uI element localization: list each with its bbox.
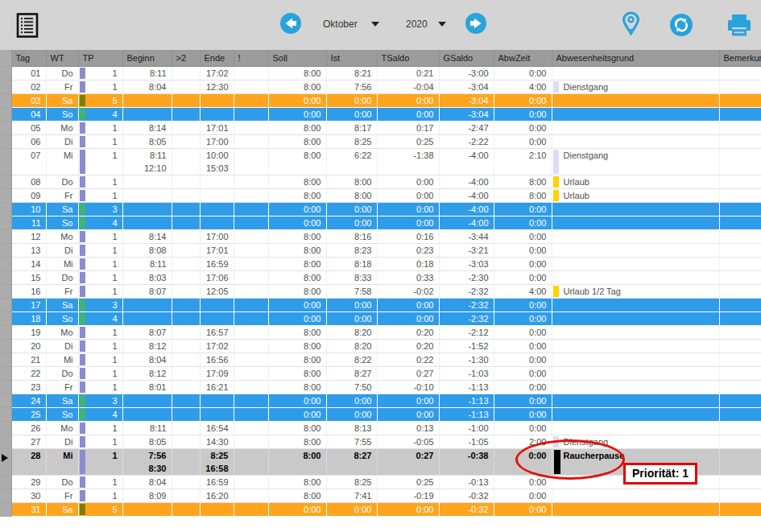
prev-month-button[interactable] (280, 13, 301, 36)
cell-tag: 08 (11, 175, 46, 188)
cell-tp: 5 (78, 93, 122, 107)
table-row-05[interactable]: 05Mo18:1417:018:008:170:17-2:470:00 (0, 121, 761, 134)
table-row-22[interactable]: 22Do18:1217:098:008:270:27-1:030:00 (0, 366, 761, 380)
cell-abwzeit: 0:00 (494, 134, 552, 148)
cell-tsaldo: 0:17 (377, 121, 439, 134)
next-month-button[interactable] (465, 13, 486, 36)
cell-bemerkung (719, 380, 761, 394)
ende-time: 16:57 (201, 326, 229, 339)
tp-color-chip (80, 490, 85, 501)
cell-ende (200, 188, 234, 202)
table-row-09[interactable]: 09Fr18:008:000:00-4:008:00Urlaub (0, 188, 761, 202)
cell-gt2 (172, 421, 200, 435)
cell-ende (200, 407, 234, 421)
table-row-03[interactable]: 03Sa50:000:000:00-3:040:00 (0, 93, 761, 107)
table-row-30[interactable]: 30Fr18:0916:208:007:41-0:19-0:320:00 (0, 489, 761, 502)
cell-excl (234, 435, 268, 448)
cell-wt: Sa (46, 298, 78, 311)
beginn-time: 8:11 (123, 422, 167, 435)
cell-excl (234, 325, 268, 339)
beginn-time: 8:09 (123, 489, 167, 502)
table-row-12[interactable]: 12Mo18:1417:008:008:160:16-3:440:00 (0, 229, 761, 243)
table-row-21[interactable]: 21Mi18:0416:568:008:220:22-1:300:00 (0, 353, 761, 366)
row-gutter (0, 298, 11, 311)
cell-bemerkung (719, 448, 761, 475)
cell-abwesenheitsgrund (552, 421, 719, 435)
tp-value: 1 (112, 477, 117, 487)
cell-ende: 17:00 (200, 134, 234, 148)
cell-beginn (122, 502, 172, 516)
cell-ist: 7:50 (326, 380, 377, 394)
cell-ende: 16:56 (200, 353, 234, 366)
cell-abwesenheitsgrund (552, 243, 719, 257)
table-row-06[interactable]: 06Di18:0517:008:008:250:25-2:220:00 (0, 134, 761, 148)
cell-beginn: 8:11 (122, 66, 172, 80)
table-row-13[interactable]: 13Di18:0817:018:008:230:23-3:210:00 (0, 243, 761, 257)
cell-ist: 8:13 (326, 421, 377, 435)
cell-ende: 12:30 (200, 80, 234, 93)
table-row-07[interactable]: 07Mi18:1112:1010:0015:038:006:22-1:38-4:… (0, 148, 761, 175)
cell-soll: 0:00 (268, 107, 326, 121)
tp-color-chip (80, 313, 85, 324)
table-row-10[interactable]: 10Sa30:000:000:00-4:000:00 (0, 202, 761, 216)
cell-tsaldo: 0:20 (377, 325, 439, 339)
cell-excl (234, 257, 268, 270)
table-row-08[interactable]: 08Do18:008:000:00-4:008:00Urlaub (0, 175, 761, 188)
cell-abwesenheitsgrund (552, 353, 719, 366)
row-gutter (0, 380, 11, 394)
table-row-14[interactable]: 14Mi18:1116:598:008:180:18-3:030:00 (0, 257, 761, 270)
cell-tsaldo: 0:00 (377, 216, 439, 229)
cell-gsaldo: -1:30 (439, 353, 494, 366)
cell-excl (234, 134, 268, 148)
cell-ist: 0:00 (326, 298, 377, 311)
year-select[interactable]: 2020 (406, 16, 446, 32)
cell-ist: 0:00 (326, 502, 377, 516)
absence-color-chip (553, 436, 559, 447)
priority-tooltip: Priorität: 1 (623, 463, 697, 485)
row-gutter (0, 80, 11, 93)
sync-button[interactable] (670, 14, 693, 39)
cell-ist: 8:16 (326, 229, 377, 243)
toolbar: Oktober 2020 (0, 0, 761, 50)
table-row-18[interactable]: 18So40:000:000:00-2:320:00 (0, 311, 761, 325)
tp-value: 1 (112, 245, 117, 255)
beginn-time: 8:12 (123, 340, 167, 353)
ende-time: 15:03 (201, 162, 229, 175)
table-row-01[interactable]: 01Do18:1117:028:008:210:21-3:000:00 (0, 66, 761, 80)
tp-value: 1 (112, 437, 117, 447)
cell-abwesenheitsgrund (552, 489, 719, 502)
cell-soll: 0:00 (268, 311, 326, 325)
cell-beginn (122, 202, 172, 216)
cell-gt2 (172, 216, 200, 229)
cell-bemerkung (719, 394, 761, 407)
table-row-02[interactable]: 02Fr18:0412:308:007:56-0:04-3:044:00Dien… (0, 80, 761, 93)
table-row-19[interactable]: 19Mo18:0716:578:008:200:20-2:120:00 (0, 325, 761, 339)
column-header-bemerkung: Bemerkung (719, 50, 761, 66)
cell-abwesenheitsgrund: Urlaub 1/2 Tag (552, 284, 719, 298)
table-row-17[interactable]: 17Sa30:000:000:00-2:320:00 (0, 298, 761, 311)
table-row-27[interactable]: 27Di18:0514:308:007:55-0:05-1:052:00Dien… (0, 435, 761, 448)
table-row-20[interactable]: 20Di18:1217:028:008:200:20-1:520:00 (0, 339, 761, 353)
cell-beginn: 8:08 (122, 243, 172, 257)
cell-abwesenheitsgrund (552, 257, 719, 270)
tp-color-chip (80, 381, 85, 393)
table-row-04[interactable]: 04So40:000:000:00-3:040:00 (0, 107, 761, 121)
cell-tag: 07 (11, 148, 46, 175)
cell-tsaldo: 0:00 (377, 202, 439, 216)
beginn-time: 8:05 (123, 435, 167, 448)
cell-beginn: 8:04 (122, 353, 172, 366)
time-tracking-window: Oktober 2020 (0, 0, 761, 532)
table-row-16[interactable]: 16Fr18:0712:058:007:58-0:02-2:324:00Urla… (0, 284, 761, 298)
table-row-23[interactable]: 23Fr18:0116:218:007:50-0:10-1:130:00 (0, 380, 761, 394)
table-row-11[interactable]: 11So40:000:000:00-4:000:00 (0, 216, 761, 229)
table-row-25[interactable]: 25So40:000:000:00-1:130:00 (0, 407, 761, 421)
print-button[interactable] (726, 13, 753, 40)
location-button[interactable] (622, 11, 640, 39)
report-list-button[interactable] (16, 13, 39, 40)
tp-value: 1 (112, 355, 117, 365)
table-row-31[interactable]: 31Sa50:000:000:00-0:320:00 (0, 502, 761, 516)
month-select[interactable]: Oktober (323, 16, 379, 32)
table-row-24[interactable]: 24Sa30:000:000:00-1:130:00 (0, 394, 761, 407)
table-row-26[interactable]: 26Mo18:1116:548:008:130:13-1:000:00 (0, 421, 761, 435)
table-row-15[interactable]: 15Do18:0317:068:008:330:33-2:300:00 (0, 270, 761, 284)
